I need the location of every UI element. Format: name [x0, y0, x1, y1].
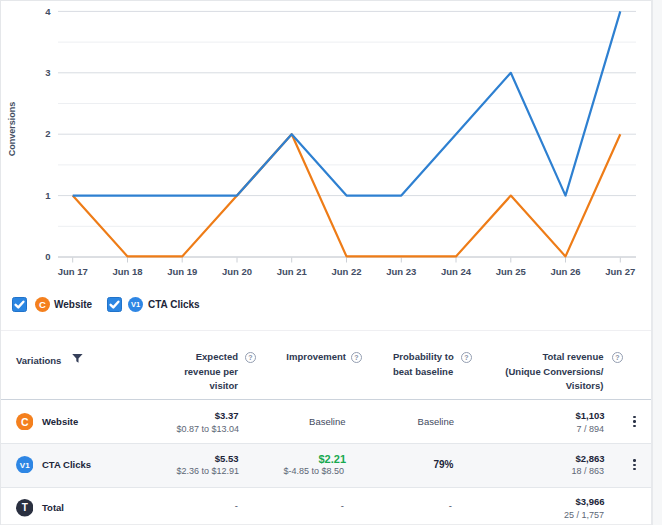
svg-text:?: ?	[354, 353, 358, 360]
svg-text:Jun 22: Jun 22	[331, 266, 361, 277]
svg-text:Jun 17: Jun 17	[58, 266, 88, 277]
svg-text:?: ?	[464, 353, 468, 360]
svg-text:4: 4	[45, 6, 51, 17]
svg-text:Conversions: Conversions	[7, 102, 17, 157]
svg-text:2: 2	[45, 128, 50, 139]
svg-text:Jun 24: Jun 24	[441, 266, 472, 277]
svg-text:C: C	[39, 299, 46, 310]
svg-text:?: ?	[615, 353, 619, 360]
svg-text:1: 1	[45, 190, 51, 201]
svg-text:V1: V1	[130, 300, 139, 309]
svg-text:Jun 25: Jun 25	[496, 266, 527, 277]
svg-text:Jun 18: Jun 18	[112, 266, 142, 277]
svg-text:Jun 26: Jun 26	[550, 266, 580, 277]
svg-text:0: 0	[45, 251, 50, 262]
svg-text:V1: V1	[20, 460, 30, 469]
svg-text:Jun 23: Jun 23	[386, 266, 416, 277]
svg-text:Jun 19: Jun 19	[167, 266, 197, 277]
svg-text:?: ?	[248, 353, 252, 360]
svg-text:Jun 20: Jun 20	[222, 266, 252, 277]
svg-text:C: C	[21, 415, 29, 427]
svg-text:3: 3	[45, 67, 50, 78]
svg-text:Jun 21: Jun 21	[277, 266, 308, 277]
svg-text:T: T	[21, 503, 27, 514]
svg-text:Jun 27: Jun 27	[605, 266, 635, 277]
